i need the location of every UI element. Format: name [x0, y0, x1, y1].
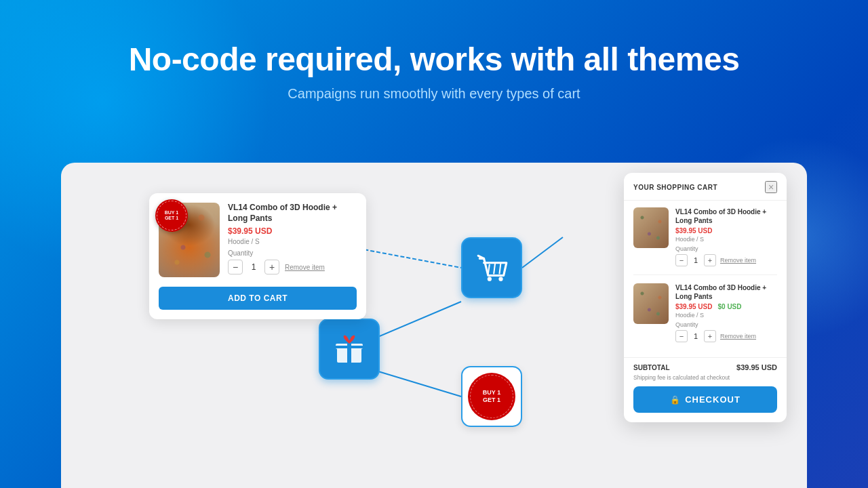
product-name: VL14 Combo of 3D Hoodie + Long Pants — [228, 203, 357, 224]
gift-node — [319, 319, 380, 380]
b1g1-node: Buy 1Get 1 — [461, 366, 522, 427]
cart-panel: YOUR SHOPPING CART × VL14 Combo of 3D Ho… — [624, 173, 787, 422]
product-variant: Hoodie / S — [228, 238, 357, 245]
cart-item: VL14 Combo of 3D Hoodie + Long Pants $39… — [633, 283, 777, 350]
product-details: VL14 Combo of 3D Hoodie + Long Pants $39… — [228, 203, 357, 274]
cart-item-image-2 — [633, 283, 669, 324]
b1g1-text: Buy 1Get 1 — [483, 389, 500, 404]
remove-link[interactable]: Remove item — [285, 264, 325, 271]
cart-item-img-pattern-1 — [633, 207, 669, 248]
cart-item-img-pattern-2 — [633, 283, 669, 324]
checkout-button[interactable]: 🔒 CHECKOUT — [633, 386, 777, 413]
product-image-wrap: Buy 1Get 1 — [159, 203, 220, 277]
product-price: $39.95 USD — [228, 226, 357, 236]
b1g1-badge-inner: Buy 1Get 1 — [468, 373, 515, 420]
badge-circle: Buy 1Get 1 — [155, 199, 188, 232]
cart-items: VL14 Combo of 3D Hoodie + Long Pants $39… — [624, 201, 787, 357]
product-card: Buy 1Get 1 VL14 Combo of 3D Hoodie + Lon… — [149, 193, 366, 319]
svg-point-5 — [498, 277, 502, 281]
buy1get1-badge: Buy 1Get 1 — [155, 199, 189, 233]
shipping-note: Shipping fee is calculated at checkout — [624, 374, 787, 386]
checkout-label: CHECKOUT — [685, 394, 741, 405]
sub-title: Campaigns run smoothly with every types … — [0, 86, 868, 102]
qty-minus-btn[interactable]: − — [228, 260, 243, 274]
svg-rect-3 — [336, 346, 363, 348]
cart-qty-minus-2[interactable]: − — [675, 330, 688, 342]
cart-close-button[interactable]: × — [765, 181, 777, 193]
cart-item-img-inner-1 — [633, 207, 669, 248]
lock-icon: 🔒 — [670, 395, 681, 405]
svg-line-6 — [488, 264, 490, 274]
cart-qty-plus-2[interactable]: + — [704, 330, 716, 342]
cart-item-variant-2: Hoodie / S — [675, 312, 777, 319]
cart-item-img-inner-2 — [633, 283, 669, 324]
header: No-code required, works with all themes … — [0, 0, 868, 102]
main-title: No-code required, works with all themes — [0, 41, 868, 78]
svg-line-8 — [499, 263, 500, 274]
cart-item-price-1: $39.95 USD — [675, 227, 777, 235]
cart-item-info-1: VL14 Combo of 3D Hoodie + Long Pants $39… — [675, 207, 777, 266]
cart-node — [461, 237, 522, 298]
cart-item-price-2: $39.95 USD — [675, 303, 712, 310]
cart-remove-2[interactable]: Remove item — [720, 333, 756, 340]
cart-qty-val-1: 1 — [692, 256, 700, 264]
svg-line-7 — [494, 263, 495, 274]
subtotal-value: $39.95 USD — [736, 363, 777, 371]
cart-item-name-1: VL14 Combo of 3D Hoodie + Long Pants — [675, 207, 777, 225]
cart-item-info-2: VL14 Combo of 3D Hoodie + Long Pants $39… — [675, 283, 777, 342]
cart-item-price-free-2: $0 USD — [717, 303, 741, 310]
subtotal-label: SUBTOTAL — [633, 364, 670, 371]
cart-item-variant-1: Hoodie / S — [675, 236, 777, 243]
cart-subtotal: SUBTOTAL $39.95 USD — [624, 357, 787, 374]
cart-item-qty-row-2: − 1 + Remove item — [675, 330, 777, 342]
demo-area: Buy 1Get 1 VL14 Combo of 3D Hoodie + Lon… — [61, 163, 807, 488]
cart-item-image-1 — [633, 207, 669, 248]
add-to-cart-button[interactable]: ADD TO CART — [159, 287, 357, 310]
cart-qty-plus-1[interactable]: + — [704, 254, 716, 266]
quantity-label: Quantity — [228, 249, 357, 257]
cart-item: VL14 Combo of 3D Hoodie + Long Pants $39… — [633, 207, 777, 275]
cart-panel-title: YOUR SHOPPING CART — [633, 184, 717, 191]
cart-qty-val-2: 1 — [692, 332, 700, 340]
cart-qty-minus-1[interactable]: − — [675, 254, 688, 266]
qty-plus-btn[interactable]: + — [264, 260, 279, 274]
cart-item-name-2: VL14 Combo of 3D Hoodie + Long Pants — [675, 283, 777, 301]
svg-point-4 — [488, 277, 492, 281]
quantity-row: − 1 + Remove item — [228, 260, 357, 274]
cart-item-qty-row-1: − 1 + Remove item — [675, 254, 777, 266]
cart-panel-header: YOUR SHOPPING CART × — [624, 173, 787, 201]
cart-remove-1[interactable]: Remove item — [720, 257, 756, 264]
cart-item-qty-label-1: Quantity — [675, 245, 777, 252]
qty-value: 1 — [248, 262, 259, 272]
badge-text: Buy 1Get 1 — [165, 210, 179, 220]
cart-item-qty-label-2: Quantity — [675, 321, 777, 328]
